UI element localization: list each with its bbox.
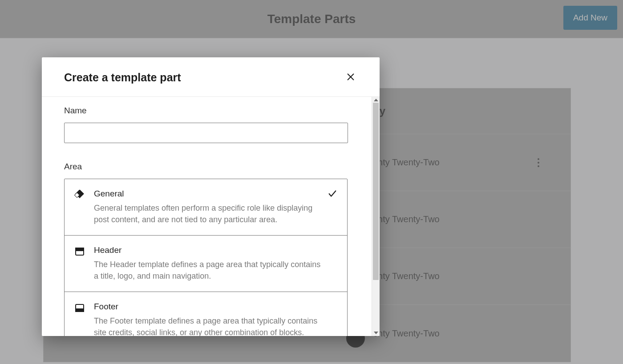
- area-label: Area: [64, 162, 370, 172]
- scrollbar[interactable]: [372, 97, 380, 336]
- scrollbar-track[interactable]: [372, 103, 380, 330]
- check-icon: [328, 189, 337, 200]
- area-text: General General templates often perform …: [94, 189, 336, 225]
- svg-rect-5: [76, 248, 84, 251]
- area-title: General: [94, 189, 323, 199]
- area-option-header[interactable]: Header The Header template defines a pag…: [65, 236, 347, 292]
- area-text: Header The Header template defines a pag…: [94, 245, 336, 282]
- area-options: General General templates often perform …: [64, 179, 348, 336]
- area-text: Footer The Footer template defines a pag…: [94, 302, 336, 336]
- footer-icon: [74, 303, 85, 313]
- area-description: General templates often perform a specif…: [94, 202, 323, 225]
- header-icon: [74, 246, 85, 257]
- modal-title: Create a template part: [64, 71, 181, 84]
- svg-rect-7: [76, 309, 84, 312]
- create-template-part-modal: Create a template part Name Area: [42, 57, 380, 336]
- area-option-footer[interactable]: Footer The Footer template defines a pag…: [65, 292, 347, 336]
- page-root: Template Parts Add New by enty Twenty-Tw…: [0, 0, 623, 364]
- area-title: Footer: [94, 302, 323, 312]
- close-icon: [346, 72, 356, 83]
- area-description: The Footer template defines a page area …: [94, 315, 323, 336]
- scroll-up-icon[interactable]: [374, 99, 378, 101]
- modal-body: Name Area General General tem: [42, 97, 380, 336]
- close-button[interactable]: [344, 71, 357, 84]
- modal-header: Create a template part: [42, 57, 380, 97]
- area-option-general[interactable]: General General templates often perform …: [65, 179, 347, 236]
- scrollbar-thumb[interactable]: [373, 103, 379, 280]
- modal-scroll[interactable]: Name Area General General tem: [42, 97, 370, 336]
- name-input[interactable]: [64, 123, 348, 143]
- area-title: Header: [94, 245, 323, 255]
- name-label: Name: [64, 106, 370, 116]
- layout-icon: [74, 190, 85, 200]
- area-description: The Header template defines a page area …: [94, 259, 323, 282]
- scroll-down-icon[interactable]: [374, 332, 378, 334]
